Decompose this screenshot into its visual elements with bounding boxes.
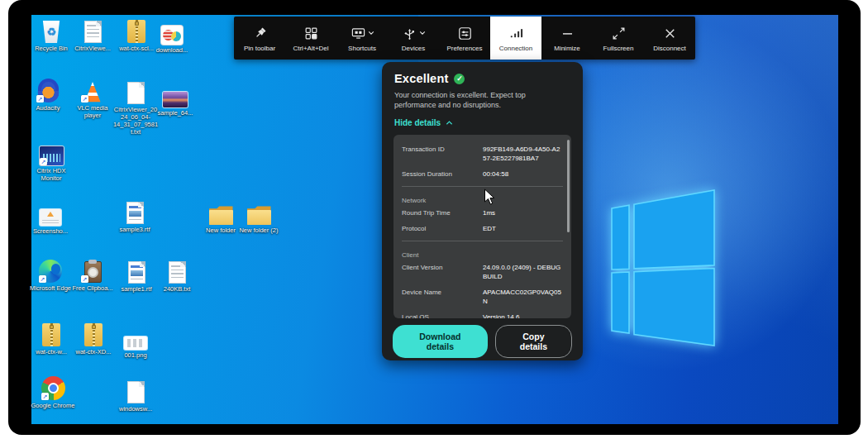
chevron-down-icon <box>419 31 426 36</box>
toolbar-button-minimize[interactable]: Minimize <box>541 17 593 60</box>
toolbar-button-label: Minimize <box>554 45 580 52</box>
zip-icon <box>79 320 107 346</box>
toolbar-button-label: Preferences <box>446 45 482 52</box>
audacity-icon: ↗ <box>34 76 62 103</box>
desktop-icon-001-png[interactable]: 001.png <box>112 323 159 359</box>
chevron-down-icon <box>368 31 374 36</box>
minimize-icon <box>560 24 575 42</box>
desktop-icon-label: Screensho... <box>27 227 74 235</box>
details-row-transaction-id: Transaction ID992FB149-A6D9-4A50-A257-2E… <box>402 141 563 166</box>
doc-blank-icon <box>122 377 150 403</box>
desktop-icon-vlc-media-player[interactable]: ↗VLC media player <box>69 76 116 119</box>
details-divider <box>402 186 563 187</box>
details-value: EDT <box>483 224 563 233</box>
folder-icon <box>207 198 235 225</box>
connection-panel: Excellent ✓ Your connection is excellent… <box>382 62 583 360</box>
toolbar-button-fullscreen[interactable]: Fullscreen <box>593 17 644 60</box>
details-row-local-os: Local OSVersion 14.6 <box>402 309 563 318</box>
rtf-icon <box>122 257 150 284</box>
desktop-icon-label: 240KB.txt <box>154 285 200 293</box>
details-label: Session Duration <box>402 169 483 179</box>
toolbar-button-ctrl-alt-del[interactable]: Ctrl+Alt+Del <box>285 17 336 60</box>
desktop-icon-label: 001.png <box>112 351 159 359</box>
windows-logo-icon <box>602 182 722 355</box>
details-row-device-name: Device NameAPACMACC02GP0VAQ05N <box>402 284 563 309</box>
desktop-icon-wat-ctx-xd[interactable]: wat-ctx-XD... <box>70 320 117 355</box>
hdx-icon: ↗ <box>37 139 65 165</box>
zip-icon <box>122 17 150 43</box>
desktop-icon-sample1-rtf[interactable]: sample1.rtf <box>113 257 160 293</box>
clipboard-icon: ↗ <box>79 256 107 283</box>
shortcut-arrow-icon: ↗ <box>41 393 49 400</box>
doc-blank-icon <box>122 78 150 104</box>
desktop-icon-recycle-bin[interactable]: ♻Recycle Bin <box>28 17 74 52</box>
details-divider <box>402 241 563 241</box>
desktop-icon-windowsw[interactable]: windowsw... <box>112 377 159 413</box>
toolbar-button-shortcuts[interactable]: Shortcuts <box>336 17 388 60</box>
vlc-icon: ↗ <box>79 76 107 103</box>
img-diagram-icon <box>122 323 150 350</box>
desktop-icon-label: sample1.rtf <box>113 285 160 293</box>
details-row-protocol: ProtocolEDT <box>402 221 563 236</box>
desktop-icon-google-chrome[interactable]: ↗Google Chrome <box>30 374 76 409</box>
shortcut-arrow-icon: ↗ <box>40 158 47 165</box>
panel-actions: Download details Copy details <box>382 318 583 358</box>
copy-details-button[interactable]: Copy details <box>495 325 572 358</box>
grid-icon <box>303 24 319 42</box>
desktop-icon-audacity[interactable]: ↗Audacity <box>25 76 71 112</box>
toolbar-button-devices[interactable]: Devices <box>388 17 439 60</box>
desktop-icon-label: wat-ctx-w... <box>28 348 74 355</box>
rtf-icon <box>121 198 149 224</box>
desktop-icon-label: New folder (2) <box>236 227 282 234</box>
doc-lines-icon <box>79 17 107 43</box>
toolbar-button-connection[interactable]: Connection <box>490 17 541 60</box>
desktop-icon-sample-64[interactable]: sample_64... <box>152 81 198 117</box>
hide-details-label: Hide details <box>394 118 441 127</box>
desktop-icon-label: Citrix HDX Monitor <box>28 167 74 182</box>
desktop-icon-download[interactable]: download... <box>149 18 195 54</box>
download-details-button[interactable]: Download details <box>393 325 488 358</box>
desktop-icon-screensho[interactable]: Screensho... <box>27 199 74 235</box>
pin-icon <box>252 24 268 42</box>
desktop-icon-label: Recycle Bin <box>28 45 74 52</box>
desktop-icon-new-folder-2[interactable]: New folder (2) <box>236 198 282 234</box>
toolbar-button-label: Disconnect <box>653 45 686 52</box>
disconnect-icon <box>662 24 678 42</box>
folder-icon <box>245 198 273 225</box>
desktop-icon-free-clipboa[interactable]: ↗Free Clipboa... <box>69 256 116 292</box>
connection-details-list[interactable]: Transaction ID992FB149-A6D9-4A50-A257-2E… <box>393 135 571 318</box>
connection-status-header: Excellent ✓ Your connection is excellent… <box>382 62 583 127</box>
details-row-client-version: Client Version24.09.0.0 (2409) - DEBUG B… <box>402 260 563 284</box>
desktop-icon-label: Microsoft Edge <box>27 284 74 292</box>
shortcut-arrow-icon: ↗ <box>81 95 88 103</box>
details-value: Version 14.6 <box>483 313 563 318</box>
desktop-icon-wat-ctx-w[interactable]: wat-ctx-w... <box>28 320 74 355</box>
details-section-client: Client <box>402 246 563 260</box>
scrollbar-thumb[interactable] <box>567 140 570 232</box>
details-row-round-trip-time: Round Trip Time1ms <box>402 205 563 221</box>
desktop-icon-microsoft-edge[interactable]: ↗Microsoft Edge <box>27 256 74 292</box>
desktop-icon-citrix-hdx-monitor[interactable]: ↗Citrix HDX Monitor <box>28 139 74 182</box>
toolbar-button-pin-toolbar[interactable]: Pin toolbar <box>234 17 285 60</box>
shortcuts-icon <box>351 24 374 42</box>
screen: Pin toolbarCtrl+Alt+DelShortcutsDevicesP… <box>0 0 868 439</box>
desktop-icon-240kb-txt[interactable]: 240KB.txt <box>154 257 200 293</box>
toolbar-button-label: Devices <box>402 45 425 52</box>
desktop-icon-label: Audacity <box>25 104 71 112</box>
doc-lines-icon <box>163 257 191 284</box>
details-section-network: Network <box>402 191 563 205</box>
desktop-icon-label: CitrixViewe... <box>69 45 116 52</box>
hide-details-toggle[interactable]: Hide details <box>394 118 570 127</box>
shortcut-arrow-icon: ↗ <box>81 275 88 283</box>
desktop-icon-citrixviewe[interactable]: CitrixViewe... <box>69 17 116 52</box>
toolbar-button-disconnect[interactable]: Disconnect <box>644 17 695 60</box>
toolbar-button-preferences[interactable]: Preferences <box>439 17 490 60</box>
toolbar-button-label: Pin toolbar <box>244 45 275 52</box>
devices-icon <box>402 24 426 42</box>
desktop-icon-sample3-rtf[interactable]: sample3.rtf <box>112 198 158 233</box>
connection-status-description: Your connection is excellent. Expect top… <box>394 90 560 110</box>
details-label: Transaction ID <box>402 145 483 163</box>
shortcut-arrow-icon: ↗ <box>39 275 46 283</box>
shortcut-arrow-icon: ↗ <box>36 95 44 103</box>
details-value: APACMACC02GP0VAQ05N <box>483 288 563 306</box>
